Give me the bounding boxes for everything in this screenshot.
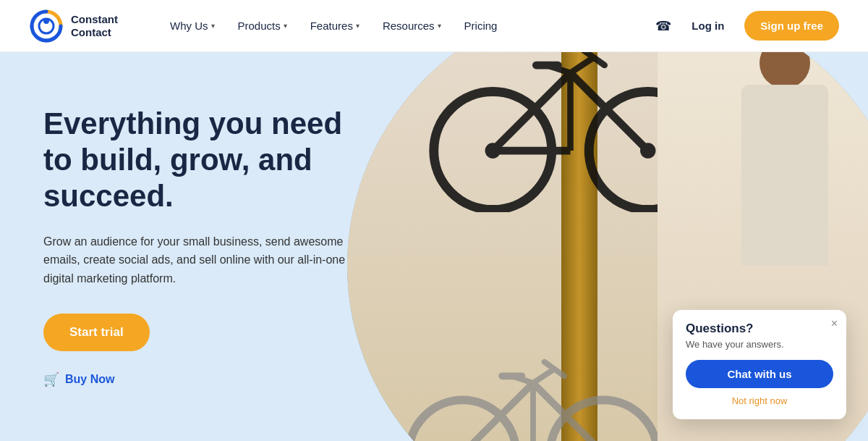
signup-button[interactable]: Sign up free [744,11,839,41]
nav-why-us[interactable]: Why Us ▾ [161,14,224,38]
person-body [741,85,828,266]
svg-line-8 [570,72,647,150]
chat-subtitle: We have your answers. [686,339,833,350]
svg-point-2 [43,18,49,24]
nav-pricing[interactable]: Pricing [456,14,506,38]
chevron-down-icon: ▾ [211,22,215,30]
logo-text: Constant Contact [71,13,118,39]
buy-now-link[interactable]: 🛒 Buy Now [43,371,362,387]
nav-products[interactable]: Products ▾ [229,14,296,38]
close-icon[interactable]: × [831,317,838,330]
chevron-down-icon: ▾ [438,22,441,30]
login-button[interactable]: Log in [683,14,733,38]
main-nav: Why Us ▾ Products ▾ Features ▾ Resources… [161,14,655,38]
svg-line-7 [493,72,570,150]
bike-lower [392,327,674,441]
svg-line-11 [570,57,593,72]
nav-features[interactable]: Features ▾ [302,14,368,38]
svg-line-23 [533,369,554,384]
chat-widget: × Questions? We have your answers. Chat … [673,310,846,419]
not-right-now-link[interactable]: Not right now [686,395,833,406]
header: Constant Contact Why Us ▾ Products ▾ Fea… [0,0,868,52]
logo[interactable]: Constant Contact [29,9,118,43]
chevron-down-icon: ▾ [284,22,287,30]
phone-icon[interactable]: ☎ [655,18,671,34]
hero-title: Everything you need to build, grow, and … [43,106,362,215]
logo-icon [29,9,64,43]
chevron-down-icon: ▾ [356,22,359,30]
hero-section: Everything you need to build, grow, and … [0,52,868,441]
nav-resources[interactable]: Resources ▾ [374,14,450,38]
hero-subtitle: Grow an audience for your small business… [43,232,362,288]
header-actions: ☎ Log in Sign up free [655,11,839,41]
buy-now-label: Buy Now [65,373,114,386]
chat-with-us-button[interactable]: Chat with us [686,360,833,388]
cart-icon: 🛒 [43,371,59,387]
chat-questions-label: Questions? [686,322,833,336]
person-head [760,52,810,88]
hero-content: Everything you need to build, grow, and … [0,62,405,432]
start-trial-button[interactable]: Start trial [43,314,150,351]
